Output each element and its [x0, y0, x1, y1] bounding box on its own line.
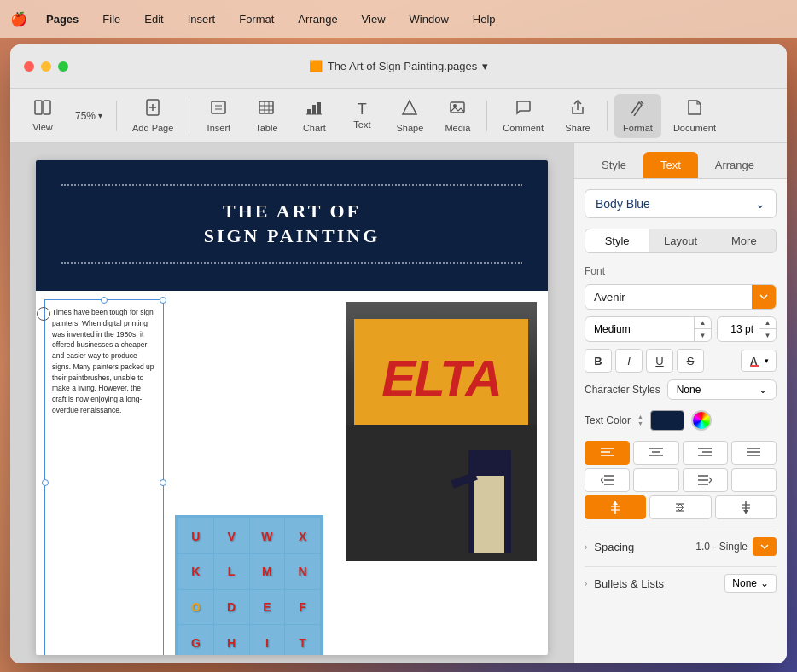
canvas-area[interactable]: THE ART OF SIGN PAINTING	[10, 143, 573, 663]
toolbar-share[interactable]: Share	[556, 94, 600, 138]
tab-arrange[interactable]: Arrange	[698, 152, 771, 178]
bullets-select[interactable]: None ⌄	[724, 574, 777, 593]
character-styles-label: Character Styles	[585, 384, 660, 396]
menu-view[interactable]: View	[357, 11, 391, 27]
menu-edit[interactable]: Edit	[139, 11, 168, 27]
apple-menu[interactable]: 🍎	[10, 11, 27, 27]
style-dropdown[interactable]: Body Blue ⌄	[585, 189, 777, 218]
tab-style[interactable]: Style	[585, 152, 643, 178]
font-size-label: 13 pt	[718, 319, 759, 339]
share-icon	[569, 99, 586, 120]
sub-tab-style[interactable]: Style	[585, 229, 649, 252]
align-center-button[interactable]	[633, 441, 678, 465]
style-dropdown-label: Body Blue	[596, 197, 650, 211]
valign-bottom-button[interactable]	[715, 495, 777, 519]
text-box[interactable]: Times have been tough for sign painters.…	[44, 299, 164, 655]
align-left-button[interactable]	[585, 441, 630, 465]
menu-file[interactable]: File	[97, 11, 125, 27]
toolbar-insert[interactable]: Insert	[196, 94, 241, 138]
font-selector[interactable]: Avenir	[585, 284, 777, 310]
font-weight-arrows: ▲ ▼	[694, 317, 711, 341]
svg-rect-8	[259, 101, 273, 113]
italic-button[interactable]: I	[615, 349, 643, 373]
panel-tabs: Style Text Arrange	[574, 143, 787, 179]
toolbar-media[interactable]: Media	[435, 94, 480, 138]
text-color-arrows[interactable]: ▲ ▼	[637, 414, 643, 428]
menu-insert[interactable]: Insert	[183, 11, 221, 27]
painter	[460, 408, 528, 553]
menu-arrange[interactable]: Arrange	[293, 11, 342, 27]
title-chevron[interactable]: ▾	[482, 60, 488, 72]
font-weight-down[interactable]: ▼	[695, 329, 711, 341]
svg-rect-22	[750, 365, 759, 367]
sub-tab-layout[interactable]: Layout	[649, 229, 712, 252]
toolbar-document[interactable]: Document	[665, 94, 724, 138]
valign-middle-button[interactable]	[649, 495, 711, 519]
menu-window[interactable]: Window	[404, 11, 454, 27]
traffic-lights	[24, 61, 68, 72]
toolbar-view[interactable]: View	[20, 95, 65, 137]
main-photo[interactable]: ELTA	[343, 299, 539, 564]
valign-top-button[interactable]	[585, 495, 646, 519]
handle-mid-left[interactable]	[42, 479, 49, 486]
handle-top-right[interactable]	[160, 297, 166, 304]
vertical-align-row	[585, 495, 777, 519]
dotted-line-bottom	[61, 262, 522, 264]
toolbar-chart-label: Chart	[303, 123, 326, 133]
bullets-row[interactable]: › Bullets & Lists None ⌄	[585, 566, 777, 600]
text-color-swatch[interactable]	[650, 410, 684, 431]
painting-scene: ELTA	[346, 302, 537, 561]
toolbar-add-page[interactable]: Add Page	[124, 94, 182, 138]
tab-text[interactable]: Text	[643, 152, 698, 178]
minimize-button[interactable]	[41, 61, 51, 72]
font-name-label: Avenir	[585, 286, 752, 309]
font-weight-selector[interactable]: Medium ▲ ▼	[585, 316, 712, 342]
menu-format[interactable]: Format	[234, 11, 279, 27]
page-body: Times have been tough for sign painters.…	[36, 291, 548, 655]
toolbar-chart[interactable]: Chart	[292, 94, 336, 138]
font-picker-button[interactable]	[752, 285, 776, 309]
bold-button[interactable]: B	[585, 349, 612, 373]
maximize-button[interactable]	[58, 61, 68, 72]
menu-app-name[interactable]: Pages	[41, 11, 84, 27]
toolbar-table[interactable]: Table	[244, 94, 288, 138]
toolbar-text-label: Text	[353, 119, 370, 130]
toolbar-zoom[interactable]: 75% ▾	[68, 107, 109, 125]
font-size-down[interactable]: ▼	[759, 329, 776, 341]
strikethrough-button[interactable]: S	[677, 349, 704, 373]
text-color-label: Text Color	[585, 414, 631, 426]
font-color-button[interactable]: A ▾	[741, 350, 777, 372]
spacing-stepper[interactable]	[753, 537, 777, 556]
align-justify-button[interactable]	[731, 441, 777, 465]
underline-button[interactable]: U	[646, 349, 673, 373]
alphabet-photo[interactable]: U V W X K L M N O D E F	[172, 513, 326, 655]
handle-mid-right[interactable]	[160, 479, 166, 486]
spacing-row[interactable]: › Spacing 1.0 - Single	[585, 530, 777, 563]
decrease-indent-button[interactable]	[585, 468, 630, 492]
font-weight-up[interactable]: ▲	[695, 317, 711, 329]
character-styles-select[interactable]: None ⌄	[667, 379, 777, 400]
alpha-l: L	[214, 554, 249, 589]
increase-indent-button[interactable]	[683, 468, 728, 492]
svg-rect-14	[312, 105, 316, 114]
alpha-e: E	[250, 590, 285, 625]
spacing-chevron: ›	[585, 542, 587, 552]
indent-spacer-2	[731, 468, 777, 492]
alpha-i: I	[250, 625, 285, 655]
right-panel: Style Text Arrange Body Blue ⌄ Style Lay…	[573, 143, 787, 663]
sub-tab-more[interactable]: More	[713, 229, 776, 252]
menu-help[interactable]: Help	[468, 11, 501, 27]
toolbar-comment[interactable]: Comment	[494, 94, 552, 138]
close-button[interactable]	[24, 61, 34, 72]
font-size-up[interactable]: ▲	[759, 317, 776, 329]
alpha-g: G	[178, 625, 213, 655]
sub-tabs: Style Layout More	[585, 229, 777, 253]
font-size-control[interactable]: 13 pt ▲ ▼	[717, 316, 777, 342]
toolbar-shape[interactable]: Shape	[387, 94, 432, 138]
toolbar-format[interactable]: Format	[614, 94, 661, 138]
align-right-button[interactable]	[683, 441, 728, 465]
toolbar-text[interactable]: T Text	[340, 96, 384, 135]
color-wheel[interactable]	[691, 410, 712, 431]
font-weight-label: Medium	[585, 319, 694, 339]
handle-top-mid[interactable]	[101, 297, 108, 304]
